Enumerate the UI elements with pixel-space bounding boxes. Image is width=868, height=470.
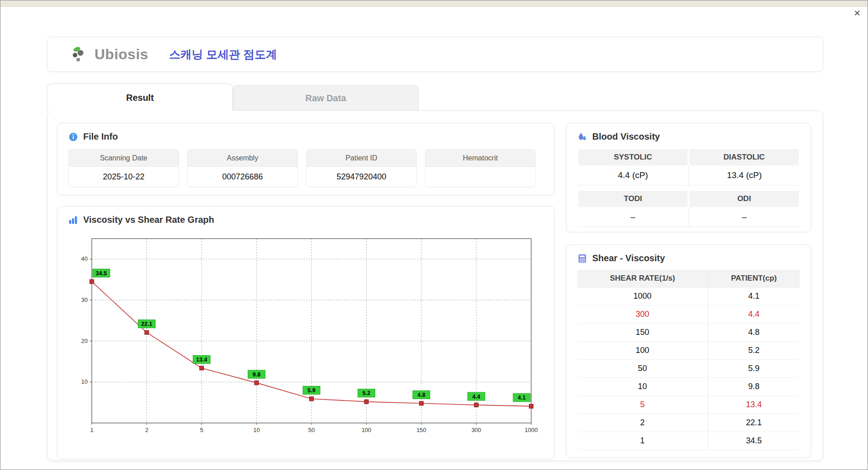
cell-patient: 4.8 [708, 323, 800, 341]
column-shear-rate: SHEAR RATE(1/s) [577, 270, 708, 287]
table-row: 3004.4 [577, 305, 800, 323]
table-row: 222.1 [577, 414, 800, 432]
svg-text:4.8: 4.8 [417, 392, 425, 398]
svg-text:30: 30 [81, 296, 88, 303]
svg-text:10: 10 [253, 427, 259, 433]
bv-value: – [577, 207, 689, 227]
cell-patient: 4.1 [708, 287, 800, 305]
cell-rate: 1 [577, 432, 708, 450]
bv-value: 4.4 (cP) [577, 165, 689, 185]
field-label: Patient ID [307, 150, 416, 167]
svg-text:40: 40 [81, 255, 88, 262]
brand-name: Ubiosis [94, 46, 148, 63]
window-titlebar [0, 0, 868, 7]
viscosity-chart: 102030401251050100150300100034.522.113.4… [69, 229, 544, 441]
blood-viscosity-title: Blood Viscosity [592, 132, 660, 142]
bv-value: – [689, 207, 800, 227]
table-row: 109.8 [577, 377, 800, 395]
table-row: 1504.8 [577, 323, 800, 341]
svg-text:50: 50 [308, 427, 315, 433]
cell-patient: 34.5 [708, 432, 800, 450]
blood-viscosity-card: Blood Viscosity SYSTOLIC DIASTOLIC 4.4 (… [566, 123, 811, 232]
cell-rate: 1000 [577, 287, 708, 305]
field-value: 52947920400 [307, 167, 416, 187]
tab-raw-data[interactable]: Raw Data [233, 85, 419, 111]
field-value [425, 167, 535, 187]
graph-card: Viscosity vs Shear Rate Graph 1020304012… [57, 206, 555, 459]
cell-rate: 5 [577, 395, 708, 414]
cell-rate: 150 [577, 323, 708, 341]
field-value: 2025-10-22 [69, 167, 179, 187]
file-info-card: File Info Scanning Date 2025-10-22 Assem… [57, 123, 555, 195]
bv-value: 13.4 (cP) [689, 165, 800, 185]
svg-text:1: 1 [90, 427, 93, 433]
close-icon[interactable]: × [854, 8, 860, 19]
app-header: Ubiosis 스캐닝 모세관 점도계 [47, 37, 823, 72]
table-row: 513.4 [577, 395, 800, 414]
shear-viscosity-title: Shear - Viscosity [592, 253, 665, 263]
bv-header: TODI [578, 191, 688, 207]
page-title: 스캐닝 모세관 점도계 [169, 47, 277, 62]
shear-viscosity-header: Shear - Viscosity [577, 253, 800, 263]
field-assembly: Assembly 000726686 [187, 149, 298, 187]
svg-text:5.9: 5.9 [307, 387, 315, 394]
svg-text:5.2: 5.2 [363, 390, 370, 396]
bv-header: ODI [689, 191, 799, 207]
cell-rate: 10 [577, 377, 708, 395]
cell-patient: 5.2 [708, 341, 800, 359]
svg-text:150: 150 [416, 427, 426, 433]
svg-text:20: 20 [81, 338, 88, 344]
tab-result[interactable]: Result [47, 84, 233, 111]
bar-chart-icon [68, 215, 78, 225]
cell-patient: 22.1 [708, 414, 800, 432]
table-row: 10004.1 [577, 287, 800, 305]
droplet-icon [577, 132, 587, 142]
file-info-fields: Scanning Date 2025-10-22 Assembly 000726… [68, 149, 543, 187]
cell-patient: 4.4 [708, 305, 800, 323]
graph-header: Viscosity vs Shear Rate Graph [68, 215, 543, 225]
bv-group-todi-odi: TODI ODI – – [577, 191, 800, 227]
svg-text:9.8: 9.8 [253, 371, 260, 378]
svg-text:1000: 1000 [525, 427, 538, 433]
bv-group-systolic-diastolic: SYSTOLIC DIASTOLIC 4.4 (cP) 13.4 (cP) [577, 149, 800, 185]
chart-area: 102030401251050100150300100034.522.113.4… [69, 229, 543, 443]
svg-text:4.4: 4.4 [472, 394, 480, 400]
table-row: 505.9 [577, 359, 800, 377]
cell-rate: 100 [577, 341, 708, 359]
main-panel: File Info Scanning Date 2025-10-22 Assem… [47, 110, 823, 461]
table-row: 134.5 [577, 432, 800, 450]
file-info-title: File Info [83, 132, 118, 142]
cell-patient: 5.9 [708, 359, 800, 377]
cell-rate: 2 [577, 414, 708, 432]
tab-raw-data-label: Raw Data [305, 93, 346, 103]
shear-viscosity-table: SHEAR RATE(1/s) PATIENT(cp) 10004.1 3004… [577, 270, 800, 450]
svg-text:2: 2 [145, 427, 148, 433]
svg-text:22.1: 22.1 [141, 321, 152, 327]
field-value: 000726686 [188, 167, 297, 187]
svg-text:10: 10 [81, 378, 88, 385]
svg-text:100: 100 [362, 427, 372, 433]
app-window: × Ubiosis 스캐닝 모세관 점도계 Result Raw Data [0, 0, 868, 470]
svg-text:34.5: 34.5 [96, 270, 107, 277]
file-info-header: File Info [68, 132, 543, 142]
bv-header: DIASTOLIC [689, 149, 799, 165]
ubiosis-logo: Ubiosis [71, 46, 148, 63]
cell-rate: 50 [577, 359, 708, 377]
graph-title: Viscosity vs Shear Rate Graph [83, 215, 214, 225]
calculator-icon [577, 254, 587, 263]
blood-viscosity-table: SYSTOLIC DIASTOLIC 4.4 (cP) 13.4 (cP) TO… [577, 149, 800, 227]
svg-text:300: 300 [472, 427, 481, 433]
field-scanning-date: Scanning Date 2025-10-22 [68, 149, 179, 187]
svg-text:5: 5 [200, 427, 203, 433]
field-label: Assembly [188, 150, 297, 167]
svg-text:4.1: 4.1 [518, 395, 525, 401]
column-patient: PATIENT(cp) [708, 270, 800, 287]
shear-viscosity-card: Shear - Viscosity SHEAR RATE(1/s) PATIEN… [566, 244, 811, 458]
cell-patient: 9.8 [708, 377, 800, 395]
cell-patient: 13.4 [708, 395, 800, 414]
tab-result-label: Result [126, 93, 154, 103]
field-label: Scanning Date [69, 150, 179, 167]
blood-viscosity-header: Blood Viscosity [577, 132, 800, 142]
info-icon [68, 132, 78, 142]
bv-header: SYSTOLIC [578, 149, 688, 165]
